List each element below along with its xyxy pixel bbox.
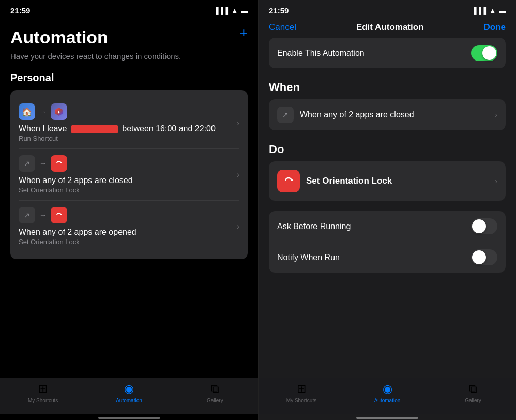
my-shortcuts-icon: ⊞ (38, 382, 48, 396)
item-icons-3: ↗ → (19, 207, 239, 223)
do-chevron-icon: › (495, 177, 497, 185)
item-subtitle-2: Set Orientation Lock (19, 186, 239, 194)
automation-item-opened[interactable]: ↗ → When any of 2 apps are opened Set Or… (19, 201, 239, 252)
when-row[interactable]: ↗ When any of 2 apps are closed › (269, 99, 506, 130)
tab-automation-left[interactable]: ◉ Automation (86, 382, 172, 403)
edit-automation-title: Edit Automation (356, 22, 424, 33)
gallery-icon: ⧉ (211, 382, 219, 396)
enable-automation-row[interactable]: Enable This Automation (269, 38, 506, 68)
my-shortcuts-label-right: My Shortcuts (286, 398, 316, 403)
automation-item-closed[interactable]: ↗ → When any of 2 apps are closed Set Or… (19, 149, 239, 201)
arrow-icon-3: → (39, 211, 47, 219)
signal-icon-left: ▐▐▐ (214, 7, 228, 14)
home-indicator-right (356, 417, 418, 419)
status-icons-right: ▐▐▐ ▲ ▬ (472, 7, 506, 14)
item-title-3: When any of 2 apps are opened (19, 228, 239, 237)
tab-gallery-left[interactable]: ⧉ Gallery (172, 382, 258, 403)
tab-my-shortcuts-right[interactable]: ⊞ My Shortcuts (259, 382, 344, 403)
item-icons-1: 🏠 → ✦ (19, 103, 239, 120)
when-app-icon: ↗ (277, 107, 294, 123)
item-subtitle-3: Set Orientation Lock (19, 238, 239, 246)
time-left: 21:59 (10, 6, 30, 15)
notify-toggle-knob (472, 250, 486, 264)
notify-when-run-label: Notify When Run (277, 253, 340, 262)
status-icons-left: ▐▐▐ ▲ ▬ (214, 7, 248, 14)
toggle-knob (482, 46, 496, 60)
cancel-button[interactable]: Cancel (269, 22, 296, 33)
home-indicator-left (98, 417, 160, 419)
home-icon: 🏠 (19, 103, 35, 120)
ask-before-running-row[interactable]: Ask Before Running (269, 211, 506, 242)
item-icons-2: ↗ → (19, 155, 239, 172)
nav-bar: Cancel Edit Automation Done (259, 17, 516, 38)
arrow-icon-2: → (39, 159, 47, 168)
when-section-header: When (269, 81, 506, 94)
orientation-icon-3 (51, 207, 67, 223)
enable-label: Enable This Automation (277, 49, 365, 58)
add-automation-button[interactable]: + (240, 25, 248, 41)
arrow-icon-1: → (39, 108, 47, 116)
automation-settings-card: Ask Before Running Notify When Run (269, 211, 506, 273)
automation-item-leave[interactable]: 🏠 → ✦ (19, 97, 239, 149)
status-bar-left: 21:59 ▐▐▐ ▲ ▬ (0, 0, 258, 17)
left-content: + Automation Have your devices react to … (0, 17, 258, 378)
right-scroll-area: Enable This Automation When ↗ When any o… (259, 38, 516, 378)
ask-toggle-knob (472, 219, 486, 233)
my-shortcuts-icon-right: ⊞ (297, 382, 306, 396)
wifi-icon-left: ▲ (231, 7, 238, 14)
chevron-icon-1: › (237, 118, 239, 128)
chevron-icon-2: › (237, 170, 239, 179)
do-section: Do Set Orientation Lock › (269, 143, 506, 201)
app-closed-icon-2: ↗ (19, 155, 35, 172)
signal-icon-right: ▐▐▐ (472, 7, 486, 14)
wifi-icon-right: ▲ (489, 7, 496, 14)
do-action-row[interactable]: Set Orientation Lock › (269, 161, 506, 201)
orientation-lock-icon (277, 170, 300, 192)
when-chevron-icon: › (495, 111, 497, 119)
do-section-header: Do (269, 143, 506, 156)
automation-tab-icon: ◉ (124, 382, 134, 396)
ask-before-running-label: Ask Before Running (277, 222, 351, 231)
do-action-label: Set Orientation Lock (306, 176, 489, 186)
phone-left: 21:59 ▐▐▐ ▲ ▬ + Automation Have your dev… (0, 0, 258, 420)
svg-text:✦: ✦ (57, 110, 61, 115)
tab-automation-right[interactable]: ◉ Automation (344, 382, 430, 403)
status-bar-right: 21:59 ▐▐▐ ▲ ▬ (259, 0, 516, 17)
chevron-icon-3: › (237, 222, 239, 231)
phone-right: 21:59 ▐▐▐ ▲ ▬ Cancel Edit Automation Don… (258, 0, 516, 420)
ask-before-running-toggle[interactable] (471, 218, 497, 234)
notify-when-run-row[interactable]: Notify When Run (269, 242, 506, 273)
item-title-2: When any of 2 apps are closed (19, 176, 239, 185)
done-button[interactable]: Done (484, 22, 506, 33)
item-title-1: When I leave between 16:00 and 22:00 (19, 124, 239, 133)
gallery-label-right: Gallery (465, 398, 481, 403)
automation-tab-icon-right: ◉ (383, 382, 392, 396)
when-text: When any of 2 apps are closed (300, 110, 489, 119)
tab-bar-right: ⊞ My Shortcuts ◉ Automation ⧉ Gallery (259, 378, 516, 414)
notify-when-run-toggle[interactable] (471, 249, 497, 265)
my-shortcuts-label: My Shortcuts (28, 398, 58, 403)
item-subtitle-1: Run Shortcut (19, 134, 239, 142)
enable-toggle[interactable] (471, 45, 497, 61)
automation-tab-label-right: Automation (374, 398, 401, 403)
automation-tab-label: Automation (116, 398, 142, 403)
automation-title: Automation (10, 27, 248, 48)
redacted-location (71, 125, 118, 133)
battery-icon-left: ▬ (241, 7, 248, 14)
time-right: 21:59 (269, 6, 289, 15)
gallery-label: Gallery (207, 398, 223, 403)
app-opened-icon-3: ↗ (19, 207, 35, 223)
automation-subtitle: Have your devices react to changes in co… (10, 51, 248, 62)
right-content: Cancel Edit Automation Done Enable This … (259, 17, 516, 420)
personal-section-label: Personal (10, 72, 248, 84)
tab-my-shortcuts-left[interactable]: ⊞ My Shortcuts (0, 382, 86, 403)
shortcuts-icon: ✦ (51, 103, 67, 120)
tab-bar-left: ⊞ My Shortcuts ◉ Automation ⧉ Gallery (0, 378, 258, 414)
battery-icon-right: ▬ (499, 7, 506, 14)
gallery-icon-right: ⧉ (469, 382, 477, 396)
orientation-icon-2 (51, 155, 67, 172)
automation-card: 🏠 → ✦ (10, 90, 248, 259)
tab-gallery-right[interactable]: ⧉ Gallery (430, 382, 516, 403)
